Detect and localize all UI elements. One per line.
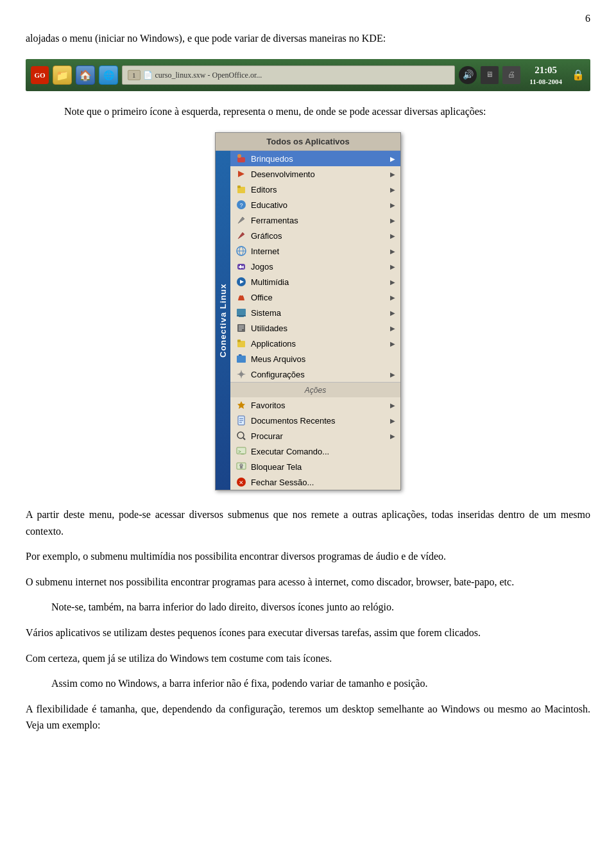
svg-text:>_: >_	[238, 449, 244, 454]
desenvolvimento-icon	[235, 168, 247, 180]
menu-section-acoes: Ações	[230, 382, 400, 397]
clock-time: 21:05	[529, 64, 562, 77]
sidebar-bar: Conectiva Linux	[216, 151, 230, 490]
ferramentas-label: Ferramentas	[251, 216, 390, 225]
svg-rect-4	[237, 186, 241, 188]
page-number: 6	[26, 13, 590, 24]
home-icon[interactable]: 🏠	[76, 65, 95, 85]
menu-item-meus-arquivos[interactable]: Meus Arquivos	[230, 351, 400, 367]
menu-item-configuracoes[interactable]: Configurações ▶	[230, 367, 400, 382]
educativo-icon: ?	[235, 199, 247, 211]
multimidia-icon	[235, 276, 247, 288]
jogos-label: Jogos	[251, 262, 390, 272]
favoritos-label: Favoritos	[251, 401, 390, 410]
meus-arquivos-icon	[235, 353, 247, 365]
procurar-icon	[235, 430, 247, 442]
menu-item-graficos[interactable]: Gráficos ▶	[230, 228, 400, 243]
svg-rect-25	[237, 340, 241, 342]
svg-rect-17	[237, 309, 246, 315]
applications-icon	[235, 338, 247, 349]
taskbar: GO 📁 🏠 🌐 1 📄 curso_linux.sxw - OpenOffic…	[26, 59, 590, 91]
menu-item-desenvolvimento[interactable]: Desenvolvimento ▶	[230, 166, 400, 182]
graficos-icon	[235, 230, 247, 241]
favoritos-arrow: ▶	[390, 402, 395, 409]
svg-rect-21	[239, 325, 244, 327]
executar-comando-icon: >_	[235, 445, 247, 457]
meus-arquivos-label: Meus Arquivos	[251, 354, 395, 364]
jogos-arrow: ▶	[390, 263, 395, 270]
menu-item-office[interactable]: Office ▶	[230, 289, 400, 305]
procurar-label: Procurar	[251, 431, 390, 441]
sistema-label: Sistema	[251, 308, 390, 318]
body-para-8: A flexibilidade é tamanha, que, dependen…	[26, 701, 590, 734]
menu-item-brinquedos[interactable]: Brinquedos ▶	[230, 151, 400, 166]
menu-item-multimidia[interactable]: Multimídia ▶	[230, 274, 400, 289]
speaker-icon[interactable]: 🔊	[459, 66, 477, 84]
educativo-arrow: ▶	[390, 202, 395, 209]
svg-marker-2	[238, 171, 244, 177]
menu-item-favoritos[interactable]: Favoritos ▶	[230, 397, 400, 413]
menu-item-fechar-sessao[interactable]: ✕ Fechar Sessão...	[230, 474, 400, 490]
configuracoes-arrow: ▶	[390, 371, 395, 378]
body-para-3: O submenu internet nos possibilita encon…	[26, 574, 590, 591]
editors-icon	[235, 184, 247, 195]
taskbar-right: 🔊 🖥 🖨 21:05 11-08-2004 🔒	[459, 63, 585, 87]
svg-marker-27	[239, 354, 242, 356]
menu-item-editors[interactable]: Editors ▶	[230, 182, 400, 197]
procurar-arrow: ▶	[390, 433, 395, 440]
folder-icon[interactable]: 📁	[53, 65, 72, 85]
documentos-recentes-label: Documentos Recentes	[251, 416, 390, 426]
globe-icon[interactable]: 🌐	[99, 65, 118, 85]
utilidades-icon	[235, 322, 247, 334]
menu-item-applications[interactable]: Applications ▶	[230, 336, 400, 351]
applications-label: Applications	[251, 339, 390, 349]
bloquear-tela-label: Bloquear Tela	[251, 462, 395, 472]
menu-item-educativo[interactable]: ? Educativo ▶	[230, 197, 400, 212]
svg-rect-19	[239, 316, 244, 317]
menu-item-internet[interactable]: Internet ▶	[230, 243, 400, 259]
svg-point-28	[239, 372, 243, 376]
sistema-arrow: ▶	[390, 309, 395, 316]
window-number: 1	[128, 70, 141, 80]
menu-item-utilidades[interactable]: Utilidades ▶	[230, 320, 400, 336]
menu-item-bloquear-tela[interactable]: Bloquear Tela	[230, 459, 400, 474]
documentos-recentes-arrow: ▶	[390, 417, 395, 424]
applications-arrow: ▶	[390, 340, 395, 347]
menu-items: Brinquedos ▶ Desenvolvimento ▶ Edi	[230, 151, 400, 490]
jogos-icon	[235, 261, 247, 272]
ferramentas-arrow: ▶	[390, 217, 395, 224]
svg-line-35	[243, 438, 245, 440]
printer-icon[interactable]: 🖨	[502, 66, 520, 84]
brinquedos-label: Brinquedos	[251, 154, 390, 164]
fechar-sessao-icon: ✕	[235, 476, 247, 488]
documentos-recentes-icon	[235, 415, 247, 426]
body-para-7: Assim como no Windows, a barra inferior …	[26, 675, 590, 692]
body-para-1: A partir deste menu, pode-se acessar div…	[26, 506, 590, 539]
menu-item-executar-comando[interactable]: >_ Executar Comando...	[230, 444, 400, 459]
svg-point-13	[243, 266, 244, 267]
svg-rect-26	[237, 356, 246, 363]
kde-menu: Todos os Aplicativos Conectiva Linux Bri…	[215, 132, 401, 490]
body-para-2: Por exemplo, o submenu multimídia nos po…	[26, 548, 590, 565]
menu-item-jogos[interactable]: Jogos ▶	[230, 259, 400, 274]
window-task[interactable]: 1 📄 curso_linux.sxw - OpenOffice.or...	[122, 65, 455, 85]
brinquedos-icon	[235, 153, 247, 164]
svg-point-1	[237, 154, 241, 158]
svg-rect-23	[239, 329, 242, 331]
menu-item-sistema[interactable]: Sistema ▶	[230, 305, 400, 320]
bloquear-tela-icon	[235, 461, 247, 472]
lock-icon[interactable]: 🔒	[571, 68, 585, 82]
educativo-label: Educativo	[251, 200, 390, 210]
graficos-arrow: ▶	[390, 232, 395, 239]
menu-item-ferramentas[interactable]: Ferramentas ▶	[230, 212, 400, 228]
brinquedos-arrow: ▶	[390, 155, 395, 162]
internet-arrow: ▶	[390, 248, 395, 255]
clock: 21:05 11-08-2004	[524, 63, 567, 87]
body-para-5: Vários aplicativos se utilizam destes pe…	[26, 625, 590, 641]
go-button[interactable]: GO	[31, 66, 49, 84]
multimidia-label: Multimídia	[251, 277, 390, 287]
utilidades-label: Utilidades	[251, 324, 390, 333]
menu-item-documentos-recentes[interactable]: Documentos Recentes ▶	[230, 413, 400, 428]
monitor-icon[interactable]: 🖥	[481, 66, 499, 84]
menu-item-procurar[interactable]: Procurar ▶	[230, 428, 400, 444]
